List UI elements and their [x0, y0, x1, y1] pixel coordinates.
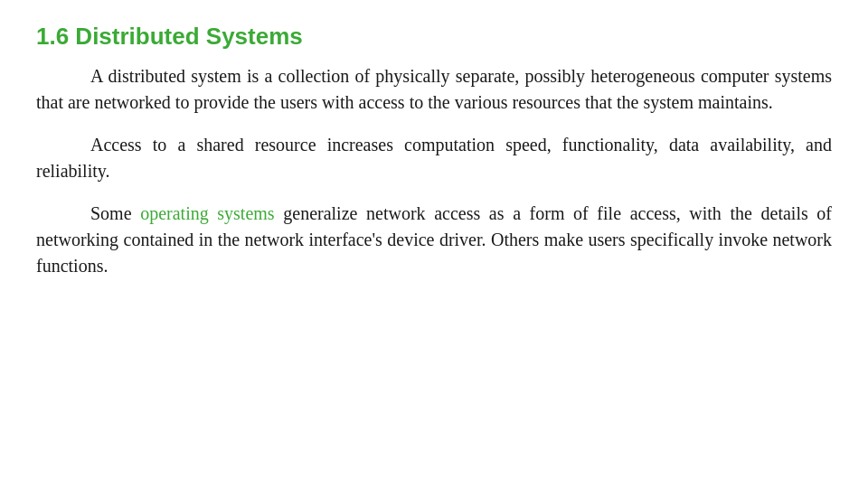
para3-prefix: Some: [90, 203, 140, 223]
section-title: 1.6 Distributed Systems: [36, 20, 832, 54]
para1-text: A distributed system is a collection of …: [36, 66, 832, 112]
paragraph-2: Access to a shared resource increases co…: [36, 132, 832, 184]
page-container: 1.6 Distributed Systems A distributed sy…: [0, 0, 868, 488]
para2-text: Access to a shared resource increases co…: [36, 135, 832, 181]
paragraph-1: A distributed system is a collection of …: [36, 63, 832, 116]
para3-highlight: operating systems: [140, 203, 274, 223]
paragraph-3: Some operating systems generalize networ…: [36, 201, 832, 279]
